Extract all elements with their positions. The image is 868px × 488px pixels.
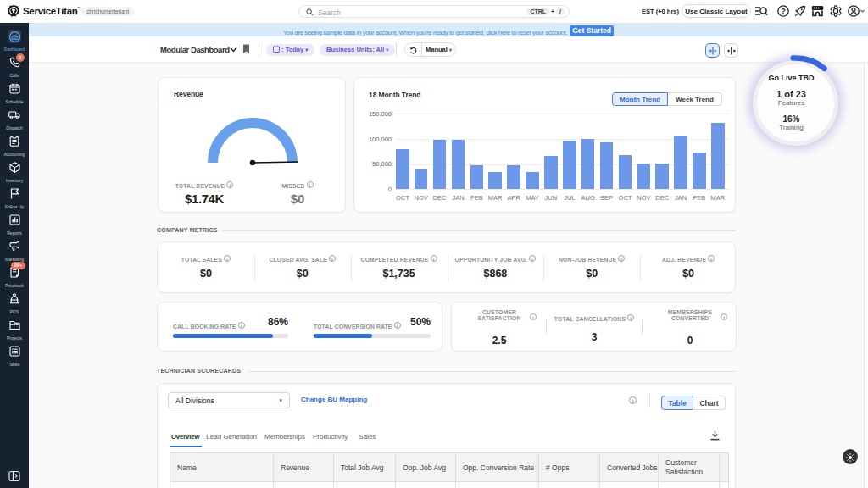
svg-text:?: ?: [781, 7, 785, 15]
